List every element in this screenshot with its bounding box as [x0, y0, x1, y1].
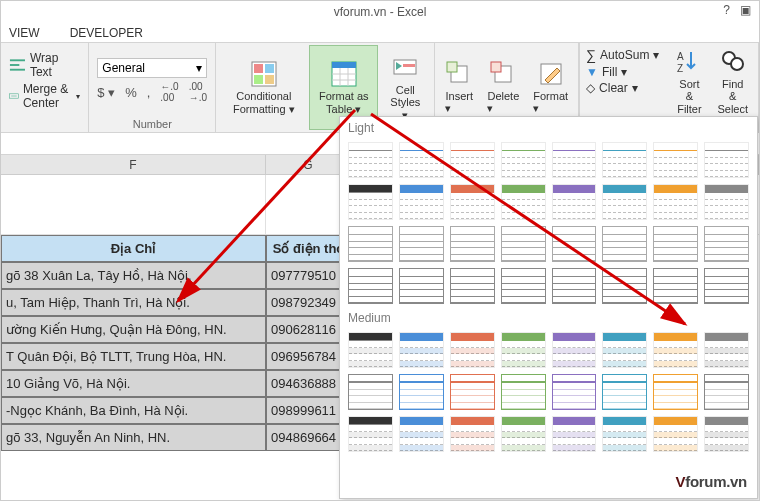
- svg-point-25: [731, 58, 743, 70]
- table-style-swatch[interactable]: [450, 268, 495, 304]
- title-bar: vforum.vn - Excel ? ▣: [1, 1, 759, 23]
- table-style-swatch[interactable]: [602, 268, 647, 304]
- help-icon[interactable]: ?: [723, 3, 730, 17]
- table-style-swatch[interactable]: [552, 416, 597, 452]
- table-style-swatch[interactable]: [501, 142, 546, 178]
- svg-rect-16: [403, 64, 415, 67]
- table-style-swatch[interactable]: [348, 142, 393, 178]
- table-style-swatch[interactable]: [602, 416, 647, 452]
- table-style-swatch[interactable]: [348, 416, 393, 452]
- gallery-section-light: Light: [340, 117, 757, 139]
- table-style-swatch[interactable]: [552, 374, 597, 410]
- svg-text:A: A: [677, 51, 684, 62]
- table-style-swatch[interactable]: [552, 184, 597, 220]
- number-group-label: Number: [89, 118, 215, 132]
- table-style-swatch[interactable]: [450, 416, 495, 452]
- svg-rect-8: [265, 75, 274, 84]
- percent-button[interactable]: %: [125, 85, 137, 100]
- svg-rect-2: [10, 69, 25, 71]
- decrease-decimal-button[interactable]: .00→.0: [189, 81, 207, 103]
- table-style-swatch[interactable]: [399, 226, 444, 262]
- table-style-swatch[interactable]: [653, 332, 698, 368]
- cell-address[interactable]: u, Tam Hiệp, Thanh Trì, Hà Nội.: [1, 289, 266, 316]
- clear-button[interactable]: ◇ Clear ▾: [586, 81, 659, 95]
- merge-center-button[interactable]: Merge & Center: [9, 82, 80, 110]
- table-style-swatch[interactable]: [552, 332, 597, 368]
- table-style-swatch[interactable]: [501, 184, 546, 220]
- table-style-swatch[interactable]: [704, 416, 749, 452]
- wrap-text-button[interactable]: Wrap Text: [9, 51, 80, 79]
- cell-address[interactable]: 10 Giảng Võ, Hà Nội.: [1, 370, 266, 397]
- column-header-F[interactable]: F: [1, 155, 266, 175]
- table-style-swatch[interactable]: [399, 268, 444, 304]
- table-style-swatch[interactable]: [399, 416, 444, 452]
- table-style-swatch[interactable]: [653, 142, 698, 178]
- svg-rect-1: [10, 64, 19, 66]
- table-style-swatch[interactable]: [602, 374, 647, 410]
- table-style-swatch[interactable]: [399, 374, 444, 410]
- table-style-swatch[interactable]: [653, 416, 698, 452]
- cell-address[interactable]: gõ 33, Nguyễn An Ninh, HN.: [1, 424, 266, 451]
- table-style-swatch[interactable]: [653, 184, 698, 220]
- table-style-swatch[interactable]: [450, 184, 495, 220]
- table-style-swatch[interactable]: [450, 374, 495, 410]
- svg-rect-18: [447, 62, 457, 72]
- table-style-swatch[interactable]: [704, 142, 749, 178]
- fill-button[interactable]: ▼ Fill ▾: [586, 65, 659, 79]
- cell-address[interactable]: gõ 38 Xuân La, Tây Hồ, Hà Nội.: [1, 262, 266, 289]
- table-style-swatch[interactable]: [450, 142, 495, 178]
- table-style-swatch[interactable]: [348, 374, 393, 410]
- table-style-swatch[interactable]: [552, 226, 597, 262]
- table-style-swatch[interactable]: [602, 226, 647, 262]
- header-address[interactable]: Địa Chỉ: [1, 235, 266, 262]
- table-style-swatch[interactable]: [501, 332, 546, 368]
- table-style-gallery: Light Medium: [339, 116, 758, 499]
- table-style-swatch[interactable]: [501, 268, 546, 304]
- table-style-swatch[interactable]: [348, 226, 393, 262]
- svg-rect-0: [10, 59, 25, 61]
- table-style-swatch[interactable]: [602, 142, 647, 178]
- table-style-swatch[interactable]: [501, 374, 546, 410]
- table-style-swatch[interactable]: [348, 332, 393, 368]
- svg-text:Z: Z: [677, 63, 683, 74]
- svg-rect-6: [265, 64, 274, 73]
- table-style-swatch[interactable]: [450, 226, 495, 262]
- table-style-swatch[interactable]: [653, 374, 698, 410]
- table-style-swatch[interactable]: [552, 268, 597, 304]
- table-style-swatch[interactable]: [501, 416, 546, 452]
- number-format-select[interactable]: General▾: [97, 58, 207, 78]
- cell-address[interactable]: -Ngọc Khánh, Ba Đình, Hà Nội.: [1, 397, 266, 424]
- increase-decimal-button[interactable]: ←.0.00: [160, 81, 178, 103]
- svg-rect-7: [254, 75, 263, 84]
- table-style-swatch[interactable]: [653, 268, 698, 304]
- gallery-section-medium: Medium: [340, 307, 757, 329]
- table-style-swatch[interactable]: [704, 374, 749, 410]
- table-style-swatch[interactable]: [704, 226, 749, 262]
- conditional-formatting-button[interactable]: Conditional Formatting ▾: [220, 45, 307, 130]
- table-style-swatch[interactable]: [653, 226, 698, 262]
- table-style-swatch[interactable]: [501, 226, 546, 262]
- table-style-swatch[interactable]: [602, 332, 647, 368]
- cell-address[interactable]: ường Kiến Hưng, Quận Hà Đông, HN.: [1, 316, 266, 343]
- table-style-swatch[interactable]: [399, 184, 444, 220]
- table-style-swatch[interactable]: [399, 142, 444, 178]
- table-style-swatch[interactable]: [602, 184, 647, 220]
- watermark: Vforum.vn: [676, 473, 748, 490]
- table-style-swatch[interactable]: [348, 184, 393, 220]
- table-style-swatch[interactable]: [348, 268, 393, 304]
- cell-address[interactable]: T Quân Đội, Bộ TLTT, Trung Hòa, HN.: [1, 343, 266, 370]
- autosum-button[interactable]: ∑ AutoSum ▾: [586, 47, 659, 63]
- currency-button[interactable]: $ ▾: [97, 85, 115, 100]
- table-style-swatch[interactable]: [450, 332, 495, 368]
- svg-rect-10: [332, 62, 356, 68]
- comma-button[interactable]: ,: [147, 85, 151, 100]
- table-style-swatch[interactable]: [552, 142, 597, 178]
- tab-developer[interactable]: DEVELOPER: [70, 26, 143, 40]
- ribbon-display-icon[interactable]: ▣: [740, 3, 751, 17]
- app-title: vforum.vn - Excel: [334, 5, 427, 19]
- table-style-swatch[interactable]: [704, 268, 749, 304]
- table-style-swatch[interactable]: [704, 332, 749, 368]
- tab-view[interactable]: VIEW: [9, 26, 40, 40]
- table-style-swatch[interactable]: [399, 332, 444, 368]
- table-style-swatch[interactable]: [704, 184, 749, 220]
